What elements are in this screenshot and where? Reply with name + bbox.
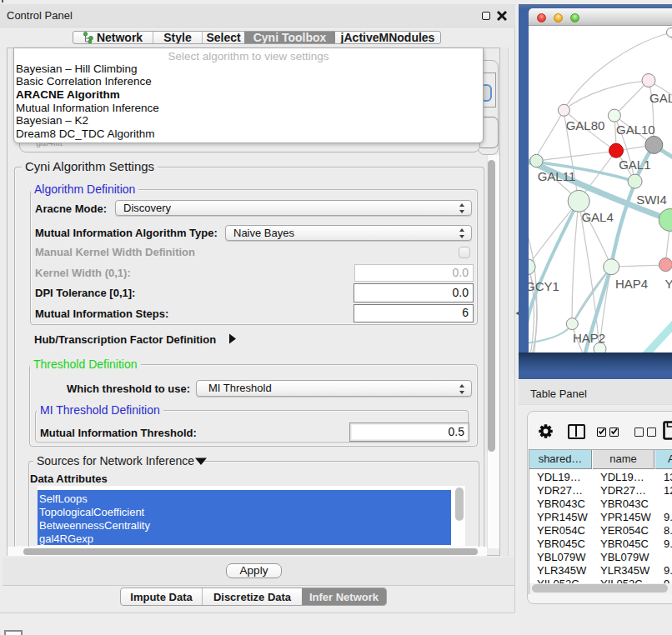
svg-text:SWI4: SWI4	[636, 192, 667, 207]
svg-text:HAP4: HAP4	[615, 277, 648, 291]
svg-text:GAL: GAL	[649, 91, 672, 105]
svg-text:GAL11: GAL11	[538, 169, 576, 183]
svg-text:GAL4: GAL4	[581, 210, 613, 224]
svg-text:HAP2: HAP2	[573, 331, 605, 345]
svg-text:GAL1: GAL1	[619, 158, 650, 172]
svg-text:GAL80: GAL80	[566, 118, 605, 132]
svg-text:Y: Y	[664, 277, 672, 291]
svg-text:GCY1: GCY1	[529, 279, 559, 293]
svg-text:GAL10: GAL10	[616, 122, 655, 137]
